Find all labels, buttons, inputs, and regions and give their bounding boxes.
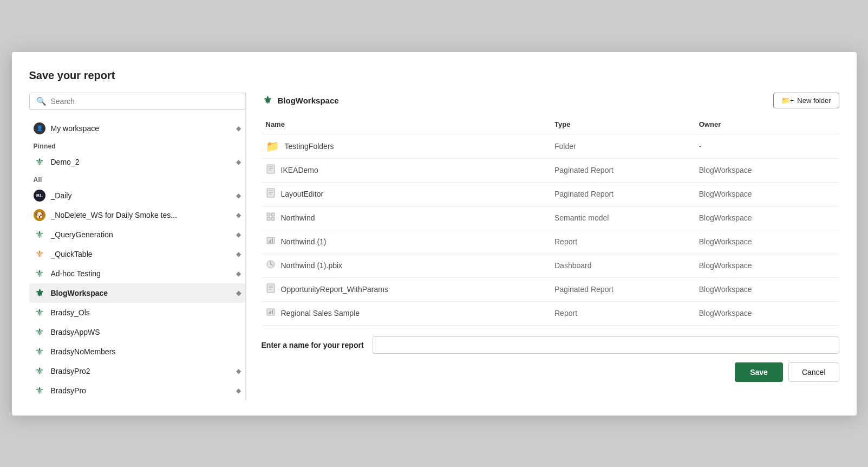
folder-icon: 📁 bbox=[266, 140, 279, 153]
table-row[interactable]: Regional Sales Sample Report BlogWorkspa… bbox=[262, 301, 839, 325]
workspace-item-bradsypro[interactable]: ⚜ BradsyPro ◆ bbox=[29, 381, 245, 400]
file-owner-cell: BlogWorkspace bbox=[695, 230, 839, 254]
workspace-item-adhoc[interactable]: ⚜ Ad-hoc Testing ◆ bbox=[29, 264, 245, 283]
save-button[interactable]: Save bbox=[735, 362, 783, 382]
svg-rect-0 bbox=[267, 165, 275, 173]
my-workspace-item[interactable]: 👤 My workspace ◆ bbox=[29, 119, 245, 138]
file-name: Northwind (1).pbix bbox=[281, 261, 343, 270]
svg-rect-13 bbox=[269, 241, 270, 243]
avatar: 🐶 bbox=[34, 209, 45, 221]
file-name-cell: Regional Sales Sample bbox=[262, 301, 551, 325]
right-header-title: ⚜ BlogWorkspace bbox=[262, 94, 339, 106]
workspace-icon: ⚜ bbox=[34, 248, 45, 260]
workspace-item-daily[interactable]: B L _Daily ◆ bbox=[29, 186, 245, 205]
svg-rect-10 bbox=[267, 217, 270, 220]
table-row[interactable]: LayoutEditor Paginated Report BlogWorksp… bbox=[262, 182, 839, 206]
file-owner-cell: BlogWorkspace bbox=[695, 301, 839, 325]
workspace-name: BradsyNoMembers bbox=[51, 347, 241, 356]
table-header-row: Name Type Owner bbox=[262, 117, 839, 134]
workspace-name: _NoDelete_WS for Daily Smoke tes... bbox=[51, 211, 230, 219]
file-name-cell: Northwind (1) bbox=[262, 230, 551, 254]
workspace-item-nodelete[interactable]: 🐶 _NoDelete_WS for Daily Smoke tes... ◆ bbox=[29, 205, 245, 225]
my-workspace-label: My workspace bbox=[51, 124, 230, 133]
workspace-item-bradsy-ols[interactable]: ⚜ Bradsy_Ols bbox=[29, 303, 245, 322]
table-row[interactable]: Northwind (1) Report BlogWorkspace bbox=[262, 230, 839, 254]
workspace-icon: ⚜ bbox=[34, 326, 45, 338]
workspace-icon: ⚜ bbox=[34, 346, 45, 358]
svg-rect-8 bbox=[267, 213, 270, 216]
bottom-area: Enter a name for your report Save Cancel bbox=[262, 336, 839, 382]
workspace-icon: ⚜ bbox=[34, 365, 45, 377]
action-row: Save Cancel bbox=[262, 362, 839, 382]
file-type-cell: Report bbox=[550, 230, 695, 254]
col-name-header: Name bbox=[262, 117, 551, 134]
paginated-report-icon bbox=[266, 188, 276, 200]
workspace-item-bradsyappws[interactable]: ⚜ BradsyAppWS bbox=[29, 322, 245, 342]
diamond-icon: ◆ bbox=[236, 211, 241, 219]
table-row[interactable]: Northwind Semantic model BlogWorkspace bbox=[262, 206, 839, 230]
file-name: LayoutEditor bbox=[281, 190, 324, 198]
workspace-item-bradsynomembers[interactable]: ⚜ BradsyNoMembers bbox=[29, 342, 245, 361]
right-panel: ⚜ BlogWorkspace 📁+ New folder Name Type … bbox=[246, 93, 839, 400]
paginated-report-icon bbox=[266, 283, 276, 296]
workspace-icon: ⚜ bbox=[34, 229, 45, 241]
cancel-button[interactable]: Cancel bbox=[788, 362, 839, 382]
right-header: ⚜ BlogWorkspace 📁+ New folder bbox=[262, 93, 839, 108]
workspace-header-name: BlogWorkspace bbox=[278, 96, 339, 105]
new-folder-label: New folder bbox=[797, 96, 831, 105]
workspace-icon: ⚜ bbox=[34, 385, 45, 397]
file-name: Regional Sales Sample bbox=[281, 309, 360, 317]
diamond-icon: ◆ bbox=[236, 367, 241, 375]
file-name-cell: IKEADemo bbox=[262, 158, 551, 182]
report-icon bbox=[266, 236, 276, 248]
workspace-name: Bradsy_Ols bbox=[51, 308, 241, 317]
workspace-item-querygeneration[interactable]: ⚜ _QueryGeneration ◆ bbox=[29, 225, 245, 244]
svg-rect-25 bbox=[272, 310, 273, 314]
svg-rect-23 bbox=[269, 312, 270, 314]
name-row: Enter a name for your report bbox=[262, 336, 839, 354]
file-name: OpportunityReport_WithParams bbox=[281, 285, 388, 294]
svg-rect-11 bbox=[271, 217, 275, 220]
workspace-icon: ⚜ bbox=[34, 307, 45, 319]
workspace-header-icon: ⚜ bbox=[262, 94, 273, 106]
file-name: IKEADemo bbox=[281, 166, 318, 174]
workspace-icon: ⚜ bbox=[34, 268, 45, 280]
diamond-icon: ◆ bbox=[236, 125, 241, 132]
file-type-cell: Dashboard bbox=[550, 254, 695, 277]
diamond-icon: ◆ bbox=[236, 387, 241, 394]
svg-rect-15 bbox=[272, 238, 273, 243]
workspace-name: BlogWorkspace bbox=[51, 289, 230, 297]
search-icon: 🔍 bbox=[36, 96, 47, 106]
workspace-item-demo2[interactable]: ⚜ Demo_2 ◆ bbox=[29, 152, 245, 172]
workspace-item-bradsypro2[interactable]: ⚜ BradsyPro2 ◆ bbox=[29, 361, 245, 381]
report-name-input[interactable] bbox=[373, 336, 839, 354]
workspace-item-quicktable[interactable]: ⚜ _QuickTable ◆ bbox=[29, 244, 245, 264]
svg-rect-4 bbox=[267, 189, 275, 197]
workspace-name: BradsyPro bbox=[51, 386, 230, 395]
workspace-name: _QueryGeneration bbox=[51, 230, 230, 239]
svg-rect-24 bbox=[270, 311, 271, 314]
table-row[interactable]: IKEADemo Paginated Report BlogWorkspace bbox=[262, 158, 839, 182]
file-owner-cell: BlogWorkspace bbox=[695, 158, 839, 182]
workspace-list: 👤 My workspace ◆ Pinned ⚜ Demo_2 ◆ All B… bbox=[29, 119, 245, 400]
file-owner-cell: BlogWorkspace bbox=[695, 206, 839, 230]
new-folder-button[interactable]: 📁+ New folder bbox=[773, 93, 839, 108]
col-type-header: Type bbox=[550, 117, 695, 134]
workspace-name: BradsyAppWS bbox=[51, 328, 241, 336]
file-type-cell: Folder bbox=[550, 134, 695, 158]
file-type-cell: Paginated Report bbox=[550, 277, 695, 301]
table-row[interactable]: Northwind (1).pbix Dashboard BlogWorkspa… bbox=[262, 254, 839, 277]
table-row[interactable]: OpportunityReport_WithParams Paginated R… bbox=[262, 277, 839, 301]
name-label: Enter a name for your report bbox=[262, 341, 364, 349]
file-name-cell: LayoutEditor bbox=[262, 182, 551, 206]
search-box[interactable]: 🔍 bbox=[29, 93, 245, 110]
diamond-icon: ◆ bbox=[236, 192, 241, 199]
file-name-cell: 📁 TestingFolders bbox=[262, 134, 551, 158]
dialog-title: Save your report bbox=[29, 69, 839, 82]
file-name-cell: Northwind bbox=[262, 206, 551, 230]
file-owner-cell: BlogWorkspace bbox=[695, 277, 839, 301]
workspace-item-blogworkspace[interactable]: ⚜ BlogWorkspace ◆ bbox=[29, 283, 245, 303]
search-input[interactable] bbox=[51, 97, 238, 106]
table-row[interactable]: 📁 TestingFolders Folder - bbox=[262, 134, 839, 158]
workspace-icon: ⚜ bbox=[34, 287, 45, 299]
